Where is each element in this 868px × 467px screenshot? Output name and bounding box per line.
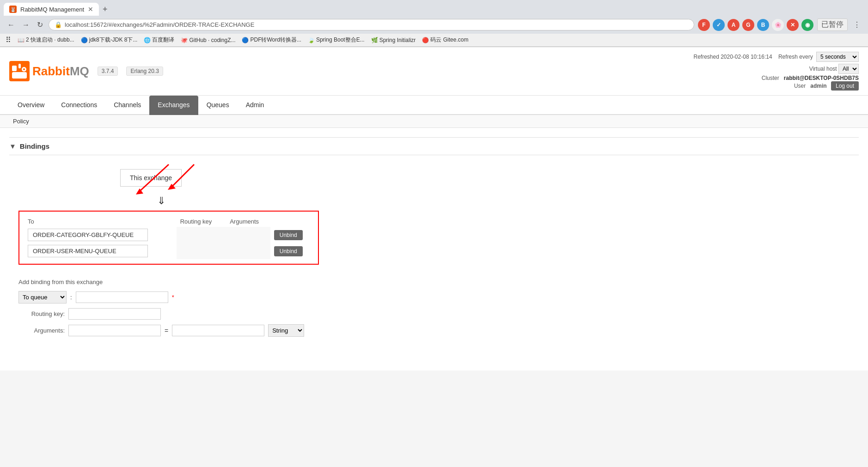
tab-favicon: 🐰 [9,6,17,13]
new-tab-button[interactable]: + [103,5,108,14]
app: RabbitMQ 3.7.4 Erlang 20.3 Refreshed 202… [0,47,868,370]
bindings-table-container: To Routing key Arguments ORDER-CATEGORY-… [18,211,319,265]
cluster-label: Cluster [762,75,779,81]
nav-connections[interactable]: Connections [53,96,105,115]
unbind-button-2[interactable]: Unbind [274,246,303,256]
col-header-to: To [24,216,177,227]
bookmark-1[interactable]: 📖 2 快速启动 · dubb... [18,36,74,44]
forward-button[interactable]: → [20,20,31,30]
erlang-badge: Erlang 20.3 [126,67,163,76]
to-queue-input[interactable] [76,291,168,303]
reload-button[interactable]: ↻ [35,19,45,30]
section-title: Bindings [20,142,49,150]
main-nav: Overview Connections Channels Exchanges … [0,96,868,115]
nav-overview[interactable]: Overview [9,96,53,115]
logo-text: RabbitMQ [32,64,89,79]
address-bar[interactable]: 🔒 localhost:15672/#/exchanges/%2Fadmin/O… [49,19,694,30]
eq-sign: = [165,327,168,334]
routing-key-cell-1 [177,227,226,243]
nav-channels[interactable]: Channels [105,96,149,115]
tab-title: RabbitMQ Management [20,6,84,13]
svg-rect-2 [18,64,21,68]
routing-key-row: Routing key: [18,308,850,320]
arguments-cell-2 [226,243,270,259]
unbind-cell-1: Unbind [270,227,313,243]
down-arrow: ⇓ [157,195,165,207]
arguments-value-input[interactable] [172,325,264,336]
refresh-select[interactable]: 5 seconds 10 seconds 30 seconds None [816,52,859,62]
logo-area: RabbitMQ 3.7.4 Erlang 20.3 [9,61,163,81]
routing-key-input[interactable] [68,308,161,320]
ext-btn-3[interactable]: A [727,19,740,31]
bookmark-6[interactable]: 🍃 Spring Boot整合E... [308,36,365,44]
lock-icon: 🔒 [55,21,62,28]
ext-btn-2[interactable]: ✓ [713,19,725,31]
svg-rect-3 [12,72,27,79]
queue-cell-2: ORDER-USER-MENU-QUEUE [24,243,177,259]
back-button[interactable]: ← [6,20,17,30]
sub-nav: Policy [0,115,868,128]
url-text: localhost:15672/#/exchanges/%2Fadmin/ORD… [65,21,254,28]
bindings-section-header[interactable]: ▼ Bindings [9,137,859,155]
unbind-cell-2: Unbind [270,243,313,259]
pause-button[interactable]: 已暂停 [817,18,848,31]
top-right: Refreshed 2020-02-08 10:16:14 Refresh ev… [693,52,859,91]
svg-point-5 [23,68,25,70]
ext-btn-8[interactable]: ◉ [801,19,813,31]
ext-btn-7[interactable]: ✕ [787,19,799,31]
bookmark-4[interactable]: 🐙 GitHub · codingZ... [181,37,235,43]
nav-queues[interactable]: Queues [198,96,238,115]
active-tab[interactable]: 🐰 RabbitMQ Management ✕ [4,3,99,16]
bookmark-3[interactable]: 🌐 百度翻译 [144,36,174,44]
svg-rect-1 [12,66,17,71]
col-header-action [270,216,313,227]
bookmark-8[interactable]: 🔴 码云 Gitee.com [422,36,468,44]
cluster-name: rabbit@DESKTOP-0SHDB7S [784,75,859,81]
bindings-table: To Routing key Arguments ORDER-CATEGORY-… [24,216,313,259]
tab-close-button[interactable]: ✕ [88,6,93,13]
vhost-select[interactable]: All [838,64,859,74]
user-name: admin [810,83,826,89]
ext-btn-6[interactable]: 🌸 [772,19,784,31]
arguments-key-input[interactable] [68,325,161,336]
col-header-routing-key: Routing key [177,216,226,227]
table-row: ORDER-CATEGORY-GBLFY-QUEUE Unbind [24,227,313,243]
required-star: * [172,294,174,301]
bookmark-2[interactable]: 🔵 jdk8下载-JDK 8下... [81,36,138,44]
browser-controls: ← → ↻ 🔒 localhost:15672/#/exchanges/%2Fa… [0,16,868,34]
top-bar: RabbitMQ 3.7.4 Erlang 20.3 Refreshed 202… [0,47,868,96]
colon-label: : [70,294,72,301]
ext-btn-5[interactable]: B [757,19,769,31]
refresh-info: Refreshed 2020-02-08 10:16:14 Refresh ev… [693,52,859,62]
content: ▼ Bindings This exchange ⇓ [0,128,868,360]
arguments-label: Arguments: [18,327,65,334]
this-exchange-box: This exchange [120,169,182,187]
arguments-type-select[interactable]: String Number Boolean [268,324,304,337]
to-queue-select[interactable]: To queue To exchange [18,291,67,303]
sub-nav-policy[interactable]: Policy [9,116,33,127]
ext-btn-1[interactable]: F [698,19,710,31]
bindings-area: This exchange ⇓ To Routing key Arguments [9,164,859,269]
to-queue-row: To queue To exchange : * [18,291,850,303]
bookmarks-bar: ⠿ 📖 2 快速启动 · dubb... 🔵 jdk8下载-JDK 8下... … [0,34,868,47]
ext-btn-4[interactable]: G [742,19,754,31]
routing-key-label: Routing key: [18,310,65,317]
nav-admin[interactable]: Admin [238,96,273,115]
bookmark-5[interactable]: 🔵 PDF转Word转换器... [242,36,301,44]
more-button[interactable]: ⋮ [851,19,862,30]
logo: RabbitMQ [9,61,89,81]
unbind-button-1[interactable]: Unbind [274,230,303,240]
bookmark-7[interactable]: 🌿 Spring Initializr [371,37,416,43]
vhost-label: Virtual host [809,66,837,72]
apps-icon[interactable]: ⠿ [6,36,11,44]
table-header-row: To Routing key Arguments [24,216,313,227]
user-label: User [794,83,806,89]
nav-exchanges[interactable]: Exchanges [149,96,198,115]
col-header-arguments: Arguments [226,216,270,227]
cluster-row: Cluster rabbit@DESKTOP-0SHDB7S [693,75,859,81]
logout-button[interactable]: Log out [831,81,859,91]
vhost-row: Virtual host All [693,64,859,74]
user-row: User admin Log out [693,81,859,91]
add-binding-section: Add binding from this exchange To queue … [9,269,859,351]
routing-key-cell-2 [177,243,226,259]
